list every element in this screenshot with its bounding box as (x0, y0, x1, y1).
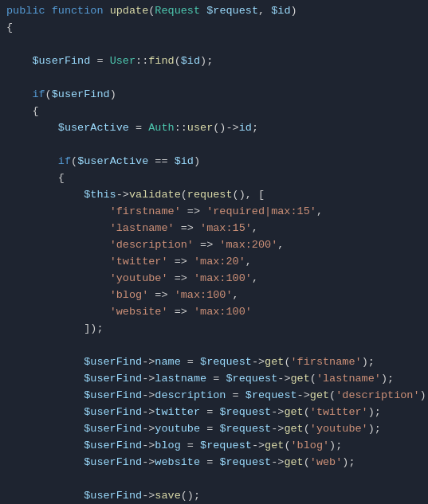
code-token: Request (155, 3, 200, 20)
code-line: $userFind->blog = $request->get('blog'); (0, 438, 428, 455)
code-token: -> (142, 421, 155, 438)
code-token: = (90, 53, 109, 70)
code-token: ( (329, 388, 336, 404)
code-token: ( (310, 371, 316, 388)
code-token: 'max:100' (175, 287, 233, 304)
code-line: { (0, 20, 428, 37)
code-token (6, 287, 110, 304)
code-line: { (0, 104, 428, 120)
code-token: if (58, 154, 71, 170)
code-token: $userActive (58, 120, 129, 137)
code-token: 'max:15' (200, 221, 252, 237)
code-token: { (6, 20, 13, 37)
code-token: save (155, 488, 180, 504)
code-token: ]); (84, 321, 103, 338)
code-line: 'website' => 'max:100' (0, 304, 428, 321)
code-token: -> (271, 421, 284, 438)
code-token: 'max:100' (194, 304, 252, 321)
code-token: => (181, 204, 206, 221)
code-token: if (32, 87, 45, 104)
code-token: 'youtube' (310, 421, 368, 438)
code-token: = (206, 371, 226, 388)
code-token: 'firstname' (110, 204, 181, 221)
code-token: = (200, 455, 219, 471)
code-token: validate (129, 187, 181, 204)
code-token: = (200, 421, 219, 438)
code-token (6, 104, 32, 120)
code-token (6, 438, 84, 455)
code-token (6, 404, 84, 421)
code-token: , (252, 271, 258, 287)
code-token (6, 304, 110, 321)
code-token: 'blog' (110, 287, 149, 304)
code-line (0, 338, 428, 354)
code-token: -> (297, 388, 310, 404)
code-token: -> (142, 488, 155, 504)
code-token: 'web' (310, 455, 343, 471)
code-token: $request (219, 455, 271, 471)
code-token: request (187, 187, 233, 204)
code-line: $userFind->lastname = $request->get('las… (0, 371, 428, 388)
code-token (6, 354, 84, 371)
code-token: = (181, 438, 200, 455)
code-token: $request (219, 421, 271, 438)
code-token: 'lastname' (316, 371, 381, 388)
code-token (6, 421, 84, 438)
code-token: ) (110, 87, 116, 104)
code-token: ( (284, 354, 290, 371)
code-token: ( (304, 421, 310, 438)
code-token: 'blog' (291, 438, 330, 455)
code-token: name (155, 354, 180, 371)
code-token: ); (381, 371, 394, 388)
code-token: $userFind (84, 388, 142, 404)
code-line (0, 37, 428, 53)
code-line (0, 70, 428, 87)
code-line: 'firstname' => 'required|max:15', (0, 204, 428, 221)
code-token: -> (271, 404, 284, 421)
code-editor: public function update(Request $request,… (0, 0, 428, 504)
code-token: get (284, 421, 303, 438)
code-token: find (148, 53, 174, 70)
code-token: $userFind (84, 404, 142, 421)
code-token: $request (226, 371, 277, 388)
code-token: get (284, 455, 303, 471)
code-token: (), [ (233, 187, 265, 204)
code-token: $userFind (84, 371, 142, 388)
code-token: ; (252, 120, 258, 137)
code-token: ); (420, 388, 428, 404)
code-line: { (0, 170, 428, 187)
code-line: $userFind->website = $request->get('web'… (0, 455, 428, 471)
code-token: ( (71, 154, 77, 170)
code-token: :: (135, 53, 148, 70)
code-token: $userFind (84, 455, 142, 471)
code-token (6, 271, 110, 287)
code-token: , (245, 254, 252, 271)
code-token (6, 321, 84, 338)
code-line: if($userActive == $id) (0, 154, 428, 170)
code-token: 'twitter' (110, 254, 168, 271)
code-line: ]); (0, 321, 428, 338)
code-token (6, 371, 84, 388)
code-token: , (258, 3, 271, 20)
code-token: twitter (155, 404, 200, 421)
code-token: ( (148, 3, 155, 20)
code-token: update (110, 3, 149, 20)
code-token: => (168, 254, 194, 271)
code-token: 'description' (110, 237, 194, 254)
code-token (6, 204, 110, 221)
code-token: ); (200, 53, 213, 70)
code-token: $id (181, 53, 200, 70)
code-token: get (265, 438, 284, 455)
code-token: ) (291, 3, 297, 20)
code-token (6, 154, 58, 170)
code-token: User (110, 53, 135, 70)
code-token (6, 221, 110, 237)
code-line: $this->validate(request(), [ (0, 187, 428, 204)
code-token: -> (252, 354, 265, 371)
code-line: $userFind->name = $request->get('firstna… (0, 354, 428, 371)
code-token: ()-> (213, 120, 238, 137)
code-token: ( (45, 87, 52, 104)
code-token (6, 170, 58, 187)
code-token: = (200, 404, 219, 421)
code-token: 'required|max:15' (206, 204, 316, 221)
